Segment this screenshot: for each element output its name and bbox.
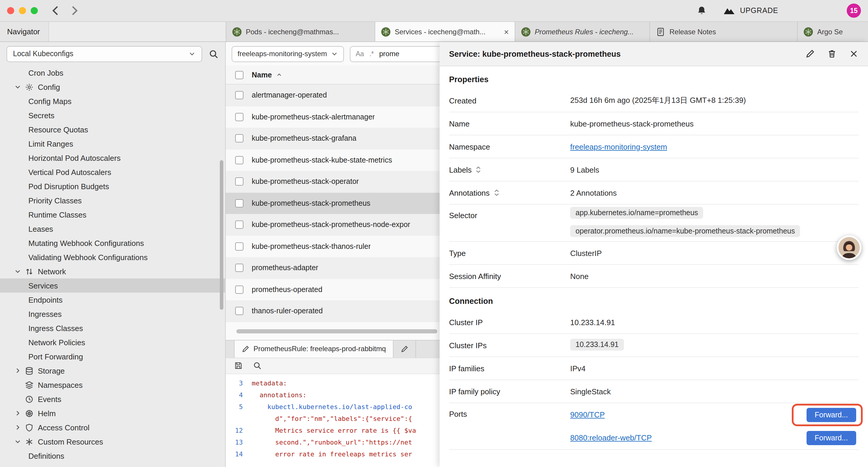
back-icon[interactable] <box>50 5 61 17</box>
row-checkbox[interactable] <box>235 221 243 229</box>
notification-count-badge[interactable]: 15 <box>847 4 861 18</box>
sidebar-item-secrets[interactable]: Secrets <box>0 108 225 122</box>
tab-prometheus-rules-icecheng[interactable]: Prometheus Rules - icecheng... <box>515 22 650 41</box>
drawer-title: Service: kube-prometheus-stack-prometheu… <box>449 49 621 58</box>
detail-label: Annotations <box>449 188 570 197</box>
forward-button[interactable]: Forward... <box>806 431 856 445</box>
namespace-filter-value: freeleaps-monitoring-system <box>238 50 327 58</box>
traffic-lights <box>7 7 38 14</box>
sidebar-item-events[interactable]: Events <box>0 392 225 406</box>
sidebar-item-cron-jobs[interactable]: Cron Jobs <box>0 66 225 80</box>
sidebar-item-storage[interactable]: Storage <box>0 363 225 378</box>
tab-argo-se[interactable]: Argo Se <box>798 22 868 41</box>
sidebar-item-priority-classes[interactable]: Priority Classes <box>0 193 225 207</box>
sort-ascending-icon[interactable] <box>276 71 282 78</box>
sidebar-item-runtime-classes[interactable]: Runtime Classes <box>0 207 225 222</box>
sidebar-item-limit-ranges[interactable]: Limit Ranges <box>0 137 225 151</box>
close-window-button[interactable] <box>7 7 14 14</box>
sidebar-item-label: Resource Quotas <box>28 125 88 134</box>
avatar[interactable] <box>837 235 862 260</box>
expand-icon[interactable] <box>493 188 500 197</box>
detail-value: 2 Annotations <box>570 188 859 197</box>
chevron-right-icon[interactable] <box>14 410 21 417</box>
expand-icon[interactable] <box>475 166 482 174</box>
column-header-name[interactable]: Name <box>252 71 272 79</box>
row-checkbox[interactable] <box>235 178 243 186</box>
select-all-checkbox[interactable] <box>235 71 243 79</box>
sidebar-item-vertical-pod-autoscalers[interactable]: Vertical Pod Autoscalers <box>0 165 225 179</box>
namespace-filter-select[interactable]: freeleaps-monitoring-system <box>231 46 344 62</box>
chevron-right-icon[interactable] <box>14 367 21 374</box>
sidebar-item-helm[interactable]: Helm <box>0 406 225 420</box>
sidebar-scrollbar[interactable] <box>220 160 223 310</box>
match-case-toggle[interactable]: Aa <box>356 50 364 57</box>
sidebar-item-access-control[interactable]: Access Control <box>0 420 225 435</box>
sidebar-item-label: Config <box>38 83 60 91</box>
pencil-icon[interactable] <box>805 49 815 59</box>
minimize-window-button[interactable] <box>19 7 26 14</box>
sidebar-item-label: Network Policies <box>28 338 85 347</box>
sidebar-item-validating-webhook-configurations[interactable]: Validating Webhook Configurations <box>0 250 225 264</box>
forward-button[interactable]: Forward... <box>806 408 856 422</box>
sidebar-item-config-maps[interactable]: Config Maps <box>0 94 225 108</box>
sidebar-item-network[interactable]: Network <box>0 264 225 279</box>
sidebar-item-pod-disruption-budgets[interactable]: Pod Disruption Budgets <box>0 179 225 193</box>
sidebar-item-resource-quotas[interactable]: Resource Quotas <box>0 122 225 137</box>
row-checkbox[interactable] <box>235 135 243 143</box>
chevron-down-icon[interactable] <box>14 268 21 275</box>
row-checkbox[interactable] <box>235 242 243 251</box>
namespace-link[interactable]: freeleaps-monitoring-system <box>570 142 667 151</box>
sidebar-item-horizontal-pod-autoscalers[interactable]: Horizontal Pod Autoscalers <box>0 151 225 165</box>
sidebar-item-endpoints[interactable]: Endpoints <box>0 293 225 307</box>
save-icon[interactable] <box>234 361 243 370</box>
chevron-down-icon[interactable] <box>14 438 21 445</box>
row-checkbox[interactable] <box>235 286 243 294</box>
service-name: alertmanager-operated <box>252 91 327 99</box>
sidebar-item-label: Leases <box>28 224 53 233</box>
row-checkbox[interactable] <box>235 264 243 272</box>
chip-line: operator.prometheus.io/name=kube-prometh… <box>570 223 859 241</box>
row-checkbox[interactable] <box>235 199 243 207</box>
kubeconfig-selector[interactable]: Local Kubeconfigs <box>6 46 202 62</box>
row-checkbox[interactable] <box>235 307 243 315</box>
forward-icon[interactable] <box>68 5 80 17</box>
port-link[interactable]: 9090/TCP <box>570 410 605 419</box>
access-control-icon <box>25 423 34 432</box>
sidebar-item-port-forwarding[interactable]: Port Forwarding <box>0 349 225 363</box>
upgrade-label: UPGRADE <box>740 6 778 15</box>
close-tab-icon[interactable]: × <box>504 28 509 36</box>
sidebar-item-network-policies[interactable]: Network Policies <box>0 335 225 349</box>
sidebar-item-services[interactable]: Services <box>0 279 225 293</box>
search-icon[interactable] <box>209 49 219 59</box>
search-icon[interactable] <box>253 361 262 370</box>
row-checkbox[interactable] <box>235 91 243 99</box>
sidebar-item-ingresses[interactable]: Ingresses <box>0 307 225 321</box>
notifications-bell-icon[interactable] <box>697 5 707 16</box>
row-checkbox[interactable] <box>235 113 243 121</box>
horizontal-scrollbar[interactable] <box>236 329 437 333</box>
tab-release-notes[interactable]: Release Notes <box>650 22 798 41</box>
sidebar-item-mutating-webhook-configurations[interactable]: Mutating Webhook Configurations <box>0 236 225 250</box>
sidebar-item-namespaces[interactable]: Namespaces <box>0 378 225 392</box>
regex-toggle[interactable]: .* <box>369 50 374 57</box>
sidebar-item-leases[interactable]: Leases <box>0 222 225 236</box>
upgrade-button[interactable]: UPGRADE <box>723 6 778 15</box>
navigator-sidebar: Local Kubeconfigs Cron JobsConfigConfig … <box>0 42 226 467</box>
chevron-down-icon[interactable] <box>14 83 21 90</box>
dock-tab-1[interactable]: PrometheusRule: freeleaps-prod-rabbitmq <box>234 340 394 357</box>
chevron-right-icon[interactable] <box>14 424 21 431</box>
port-link[interactable]: 8080:reloader-web/TCP <box>570 433 652 442</box>
detail-label: Ports <box>449 403 570 418</box>
row-checkbox[interactable] <box>235 156 243 164</box>
sidebar-item-ingress-classes[interactable]: Ingress Classes <box>0 321 225 335</box>
close-icon[interactable] <box>849 49 859 59</box>
sidebar-item-config[interactable]: Config <box>0 80 225 94</box>
tab-pods-icecheng-mathmas[interactable]: Pods - icecheng@mathmas... <box>226 22 375 41</box>
trash-icon[interactable] <box>827 49 837 59</box>
tab-services-icecheng-math[interactable]: Services - icecheng@math...× <box>375 22 515 41</box>
sidebar-item-label: Secrets <box>28 111 54 120</box>
sidebar-item-custom-resources[interactable]: Custom Resources <box>0 435 225 449</box>
maximize-window-button[interactable] <box>31 7 38 14</box>
sidebar-item-definitions[interactable]: Definitions <box>0 449 225 463</box>
dock-tab-2[interactable] <box>394 340 416 357</box>
